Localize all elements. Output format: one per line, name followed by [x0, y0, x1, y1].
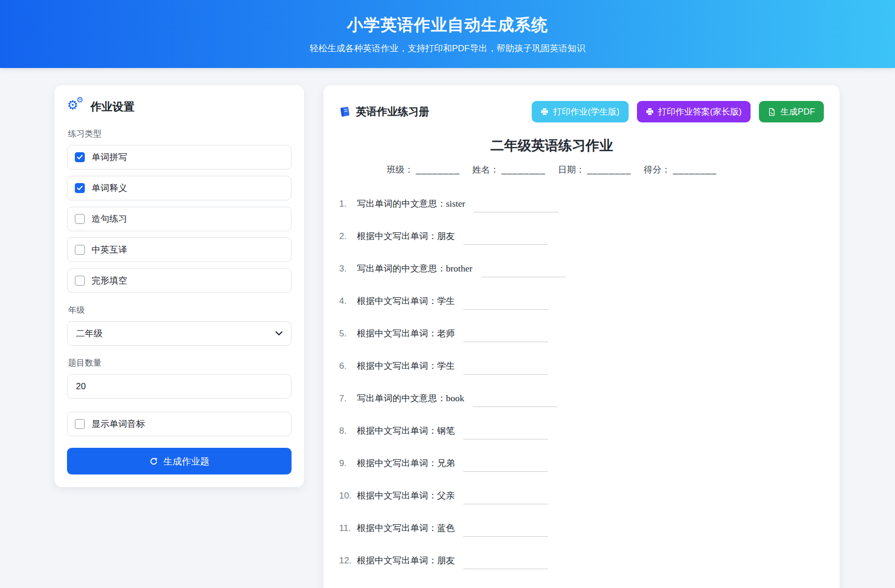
grade-label: 年级 — [68, 305, 292, 316]
exercise-type-checkbox[interactable] — [75, 276, 85, 286]
exercise-type-row[interactable]: 完形填空 — [67, 268, 292, 293]
meta-field-blank: ________ — [501, 165, 545, 175]
question-word: sister — [446, 198, 465, 209]
answer-blank — [463, 364, 548, 375]
exercise-type-row[interactable]: 造句练习 — [67, 207, 292, 231]
chevron-down-icon — [275, 331, 283, 336]
print-student-label: 打印作业(学生版) — [553, 106, 620, 118]
worksheet-preview: 二年级英语练习作业 班级：________姓名：________日期：_____… — [339, 137, 764, 588]
exercise-type-checkbox[interactable] — [75, 152, 85, 162]
app-header: 小学英语作业自动生成系统 轻松生成各种英语作业，支持打印和PDF导出，帮助孩子巩… — [0, 0, 895, 68]
question-row: 5.根据中文写出单词：老师 — [339, 327, 764, 342]
question-number: 6. — [339, 361, 357, 371]
generate-pdf-button[interactable]: 生成PDF — [759, 101, 824, 122]
meta-field: 班级：________ — [387, 165, 460, 175]
phonetic-checkbox-row[interactable]: 显示单词音标 — [67, 412, 292, 436]
question-number: 10. — [339, 491, 357, 501]
question-number: 3. — [339, 264, 357, 274]
question-word: 学生 — [437, 296, 455, 306]
gears-icon: ⚙⚙ — [67, 100, 85, 114]
generate-pdf-label: 生成PDF — [780, 106, 815, 118]
question-word: 朋友 — [437, 231, 455, 241]
answer-blank — [463, 526, 548, 537]
question-number: 8. — [339, 426, 357, 436]
refresh-icon — [149, 457, 158, 466]
meta-field: 得分：________ — [644, 165, 717, 175]
page-subtitle: 轻松生成各种英语作业，支持打印和PDF导出，帮助孩子巩固英语知识 — [0, 42, 895, 54]
answer-blank — [463, 559, 548, 569]
answer-blank — [463, 429, 548, 439]
worksheet-panel-title: 英语作业练习册 — [356, 105, 429, 119]
question-number: 9. — [339, 458, 357, 469]
question-prompt: 根据中文写出单词： — [357, 329, 437, 338]
settings-panel: ⚙⚙ 作业设置 练习类型 单词拼写单词释义造句练习中英互译完形填空 年级 二年级… — [54, 85, 304, 487]
question-number: 4. — [339, 296, 357, 307]
question-number: 1. — [339, 199, 357, 209]
exercise-type-row[interactable]: 单词拼写 — [67, 145, 292, 169]
question-number: 5. — [339, 329, 357, 339]
exercise-type-label: 中英互译 — [92, 244, 127, 256]
question-row: 11.根据中文写出单词：蓝色 — [339, 522, 764, 537]
question-word: 钢笔 — [437, 426, 455, 436]
question-count-value: 20 — [76, 381, 86, 392]
print-parent-button[interactable]: 打印作业答案(家长版) — [637, 101, 751, 122]
grade-select[interactable]: 二年级 — [67, 321, 292, 346]
question-word: 朋友 — [437, 556, 455, 566]
question-prompt: 写出单词的中文意思： — [357, 199, 446, 209]
exercise-type-checkbox[interactable] — [75, 245, 85, 255]
meta-field: 姓名：________ — [472, 165, 545, 175]
generate-button-label: 生成作业题 — [163, 455, 209, 468]
meta-field-label: 得分： — [644, 165, 670, 175]
exercise-type-row[interactable]: 单词释义 — [67, 176, 292, 200]
question-word: 蓝色 — [437, 523, 455, 533]
question-count-input[interactable]: 20 — [67, 374, 292, 399]
question-word: 父亲 — [437, 491, 455, 501]
answer-blank — [463, 299, 548, 310]
print-parent-label: 打印作业答案(家长版) — [658, 106, 742, 118]
settings-title-row: ⚙⚙ 作业设置 — [67, 99, 292, 114]
print-student-button[interactable]: 打印作业(学生版) — [532, 101, 629, 122]
question-row: 4.根据中文写出单词：学生 — [339, 295, 764, 310]
answer-blank — [463, 461, 548, 472]
exercise-type-checkbox[interactable] — [75, 214, 85, 224]
question-row: 8.根据中文写出单词：钢笔 — [339, 425, 764, 439]
answer-blank — [474, 202, 558, 212]
question-prompt: 根据中文写出单词： — [357, 296, 437, 306]
question-row: 7.写出单词的中文意思：book — [339, 392, 764, 407]
exercise-type-label: 练习类型 — [68, 129, 292, 140]
printer-icon — [541, 108, 549, 116]
answer-blank — [481, 267, 566, 277]
generate-button[interactable]: 生成作业题 — [67, 448, 292, 474]
page-title: 小学英语作业自动生成系统 — [0, 14, 895, 36]
exercise-type-checkbox[interactable] — [75, 183, 85, 193]
grade-select-value: 二年级 — [76, 327, 103, 340]
question-count-label: 题目数量 — [68, 358, 292, 369]
question-prompt: 写出单词的中文意思： — [357, 393, 446, 403]
question-word: brother — [446, 263, 473, 274]
exercise-type-label: 完形填空 — [92, 275, 127, 287]
question-prompt: 根据中文写出单词： — [357, 491, 437, 501]
question-prompt: 写出单词的中文意思： — [357, 264, 446, 274]
answer-blank — [473, 397, 557, 407]
question-word: book — [446, 393, 464, 403]
question-number: 2. — [339, 231, 357, 242]
question-word: 学生 — [437, 361, 455, 371]
worksheet-actions: 打印作业(学生版) 打印作业答案(家长版) 生成PDF — [532, 101, 824, 122]
book-icon — [339, 106, 351, 117]
meta-field-label: 日期： — [558, 165, 585, 175]
question-row: 2.根据中文写出单词：朋友 — [339, 230, 764, 245]
meta-field: 日期：________ — [558, 165, 631, 175]
pdf-file-icon — [768, 108, 776, 116]
exercise-type-label: 造句练习 — [92, 213, 127, 225]
worksheet-meta-row: 班级：________姓名：________日期：________得分：____… — [339, 164, 764, 176]
main-content: ⚙⚙ 作业设置 练习类型 单词拼写单词释义造句练习中英互译完形填空 年级 二年级… — [0, 68, 895, 588]
worksheet-title: 二年级英语练习作业 — [339, 137, 764, 155]
question-prompt: 根据中文写出单词： — [357, 458, 437, 468]
meta-field-blank: ________ — [416, 165, 460, 175]
question-row: 1.写出单词的中文意思：sister — [339, 198, 764, 212]
exercise-type-row[interactable]: 中英互译 — [67, 238, 292, 262]
phonetic-checkbox[interactable] — [75, 419, 85, 429]
worksheet-panel: 英语作业练习册 打印作业(学生版) 打印作业答案(家长版) 生成PDF 二年级英… — [323, 85, 840, 588]
question-number: 7. — [339, 393, 357, 404]
question-row: 12.根据中文写出单词：朋友 — [339, 555, 764, 569]
